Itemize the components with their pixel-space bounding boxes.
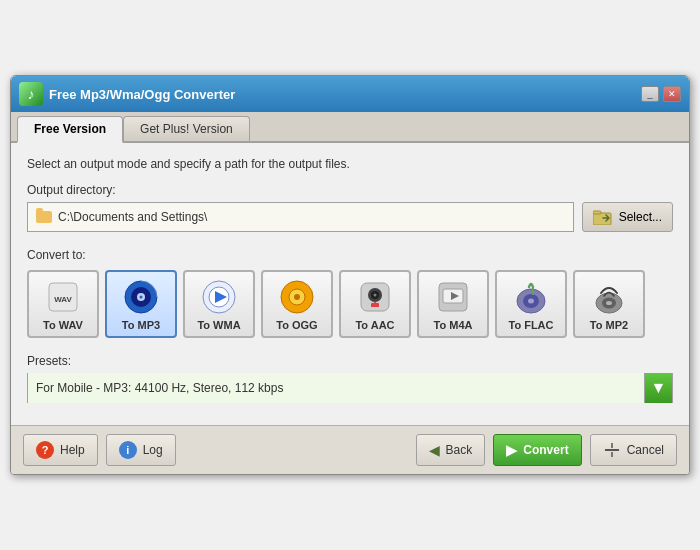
wma-icon (200, 278, 238, 316)
aac-label: To AAC (355, 319, 394, 331)
mp3-icon (122, 278, 160, 316)
format-mp2-button[interactable]: To MP2 (573, 270, 645, 338)
minimize-button[interactable]: _ (641, 86, 659, 102)
content-area: Select an output mode and specify a path… (11, 143, 689, 425)
output-dir-label: Output directory: (27, 183, 673, 197)
log-button[interactable]: i Log (106, 434, 176, 466)
tab-free-version[interactable]: Free Version (17, 116, 123, 143)
svg-point-7 (140, 296, 143, 299)
cancel-icon (603, 441, 621, 459)
tab-plus-version[interactable]: Get Plus! Version (123, 116, 250, 141)
presets-row[interactable]: For Mobile - MP3: 44100 Hz, Stereo, 112 … (27, 373, 673, 403)
dir-input-inner: C:\Documents and Settings\ (36, 210, 207, 224)
title-bar: Free Mp3/Wma/Ogg Converter _ ✕ (11, 76, 689, 112)
svg-point-25 (528, 299, 534, 304)
svg-rect-1 (593, 211, 601, 214)
svg-text:WAV: WAV (54, 295, 72, 304)
convert-button[interactable]: ▶ Convert (493, 434, 581, 466)
folder-icon (36, 211, 52, 223)
subtitle-text: Select an output mode and specify a path… (27, 157, 673, 171)
m4a-icon (434, 278, 472, 316)
back-button[interactable]: ◀ Back (416, 434, 486, 466)
help-icon: ? (36, 441, 54, 459)
back-label: Back (446, 443, 473, 457)
app-icon (19, 82, 43, 106)
back-arrow-icon: ◀ (429, 442, 440, 458)
help-label: Help (60, 443, 85, 457)
format-wav-button[interactable]: WAV To WAV (27, 270, 99, 338)
window-title: Free Mp3/Wma/Ogg Converter (49, 87, 235, 102)
info-icon: i (119, 441, 137, 459)
flac-label: To FLAC (508, 319, 553, 331)
format-aac-button[interactable]: To AAC (339, 270, 411, 338)
main-window: Free Mp3/Wma/Ogg Converter _ ✕ Free Vers… (10, 75, 690, 475)
help-button[interactable]: ? Help (23, 434, 98, 466)
ogg-label: To OGG (276, 319, 317, 331)
format-buttons: WAV To WAV To MP3 (27, 270, 673, 338)
presets-value: For Mobile - MP3: 44100 Hz, Stereo, 112 … (28, 373, 644, 403)
format-wma-button[interactable]: To WMA (183, 270, 255, 338)
window-controls: _ ✕ (641, 86, 681, 102)
svg-point-28 (606, 301, 612, 305)
select-button-label: Select... (619, 210, 662, 224)
convert-arrow-icon: ▶ (506, 442, 517, 458)
format-m4a-button[interactable]: To M4A (417, 270, 489, 338)
flac-icon (512, 278, 550, 316)
tabs-row: Free Version Get Plus! Version (11, 112, 689, 143)
format-ogg-button[interactable]: To OGG (261, 270, 333, 338)
svg-point-17 (374, 294, 377, 297)
ogg-icon (278, 278, 316, 316)
aac-icon (356, 278, 394, 316)
mp2-label: To MP2 (590, 319, 628, 331)
close-button[interactable]: ✕ (663, 86, 681, 102)
mp3-label: To MP3 (122, 319, 160, 331)
presets-label: Presets: (27, 354, 673, 368)
select-folder-icon (593, 209, 613, 225)
dir-path: C:\Documents and Settings\ (58, 210, 207, 224)
mp2-icon (590, 278, 628, 316)
convert-label: Convert (523, 443, 568, 457)
format-flac-button[interactable]: To FLAC (495, 270, 567, 338)
m4a-label: To M4A (434, 319, 473, 331)
svg-point-13 (294, 294, 300, 300)
format-mp3-button[interactable]: To MP3 (105, 270, 177, 338)
convert-to-label: Convert to: (27, 248, 673, 262)
wav-label: To WAV (43, 319, 83, 331)
presets-dropdown-arrow[interactable]: ▼ (644, 373, 672, 403)
output-dir-row: C:\Documents and Settings\ Select... (27, 202, 673, 232)
wma-label: To WMA (197, 319, 240, 331)
cancel-label: Cancel (627, 443, 664, 457)
bottom-bar: ? Help i Log ◀ Back ▶ Convert Cancel (11, 425, 689, 474)
output-dir-input[interactable]: C:\Documents and Settings\ (27, 202, 574, 232)
wav-icon: WAV (44, 278, 82, 316)
cancel-button[interactable]: Cancel (590, 434, 677, 466)
title-bar-left: Free Mp3/Wma/Ogg Converter (19, 82, 235, 106)
log-label: Log (143, 443, 163, 457)
select-dir-button[interactable]: Select... (582, 202, 673, 232)
